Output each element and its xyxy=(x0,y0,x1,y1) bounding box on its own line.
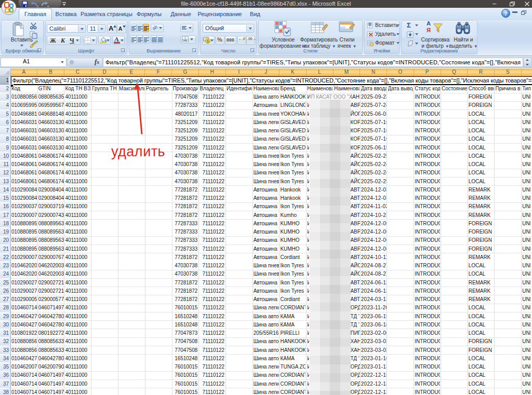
svg-text:?: ? xyxy=(504,10,508,17)
svg-text:$: $ xyxy=(207,39,209,43)
